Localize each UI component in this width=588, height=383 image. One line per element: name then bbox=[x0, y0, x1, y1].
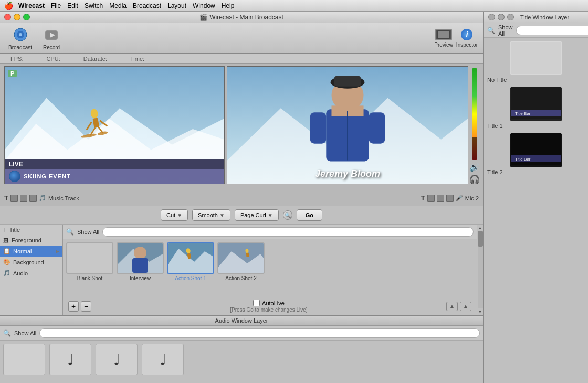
autolive-checkbox[interactable] bbox=[253, 300, 260, 306]
cut-label: Cut bbox=[166, 212, 175, 218]
title-panel-title: Title Window Layer bbox=[520, 14, 569, 20]
svg-point-30 bbox=[134, 247, 146, 259]
title-items-list: No Title Title Bar Title 1 bbox=[484, 38, 588, 383]
title-min-btn[interactable] bbox=[498, 14, 505, 20]
shot-action1[interactable]: Action Shot 1 bbox=[167, 242, 214, 281]
audio-shot-3[interactable]: ♩ bbox=[142, 344, 184, 375]
shot-interview[interactable]: Interview bbox=[117, 242, 164, 281]
go-button[interactable]: Go bbox=[297, 209, 322, 221]
shots-scrollbar[interactable]: ▲ ▼ bbox=[477, 225, 483, 315]
right-track: T 🎤 Mic 2 bbox=[421, 194, 479, 202]
title-item-1[interactable]: Title Bar Title 1 bbox=[487, 87, 585, 129]
live-bar: LIVE bbox=[5, 159, 224, 169]
volume-knob[interactable]: 🔊 bbox=[469, 162, 480, 172]
layer-audio[interactable]: 🎵 Audio bbox=[0, 268, 62, 279]
audio-show-all[interactable]: Show All bbox=[14, 330, 36, 336]
scroll-track bbox=[478, 231, 483, 308]
layer-foreground[interactable]: 🖼 Foreground bbox=[0, 235, 62, 246]
broadcast-button[interactable]: Broadcast bbox=[5, 24, 35, 52]
maximize-button[interactable] bbox=[23, 14, 30, 20]
headphone-knob[interactable]: 🎧 bbox=[469, 174, 480, 184]
mic-icon-right: 🎤 bbox=[456, 195, 463, 201]
layer-audio-label: Audio bbox=[13, 270, 28, 276]
autolive-bar: + − AutoLive [Press Go to make changes L… bbox=[63, 297, 477, 315]
scroll-up-arrow[interactable]: ▲ bbox=[477, 225, 484, 231]
menu-layout[interactable]: Layout bbox=[167, 2, 186, 9]
toolbar-right: Preview i Inspector bbox=[434, 29, 478, 48]
shots-grid: Blank Shot Interview bbox=[63, 239, 477, 297]
broadcast-label: Broadcast bbox=[8, 45, 32, 50]
menu-file[interactable]: File bbox=[51, 2, 61, 9]
transition-bar: Cut ▼ Smooth ▼ Page Curl ▼ 🔍 Go bbox=[0, 206, 483, 225]
stack-icon-3 bbox=[29, 195, 37, 202]
inspector-button[interactable]: i Inspector bbox=[456, 29, 478, 48]
scroll-thumb[interactable] bbox=[478, 231, 483, 247]
audio-shot-blank[interactable] bbox=[3, 344, 45, 375]
title-item-2[interactable]: Title Bar Title 2 bbox=[487, 133, 585, 175]
fps-label: FPS: bbox=[10, 56, 23, 62]
right-preview[interactable]: Jeremy Bloom bbox=[227, 66, 468, 184]
add-remove-controls: + − bbox=[68, 301, 91, 312]
layer-title[interactable]: T Title bbox=[0, 225, 62, 235]
minimize-button[interactable] bbox=[14, 14, 20, 20]
title-search-icon: 🔍 bbox=[487, 27, 495, 34]
apple-menu[interactable]: 🍎 bbox=[4, 2, 13, 10]
left-preview[interactable]: P LIVE Skiing Event bbox=[4, 66, 225, 184]
layer-normal[interactable]: 📋 Normal ▶ bbox=[0, 246, 62, 257]
menu-broadcast[interactable]: Broadcast bbox=[133, 2, 161, 9]
title-layer-icon: T bbox=[3, 227, 7, 233]
preview-label: Preview bbox=[434, 42, 453, 48]
time-stat: Time: bbox=[130, 56, 146, 62]
music-note-1: ♩ bbox=[67, 351, 74, 368]
shots-show-all[interactable]: Show All bbox=[77, 229, 99, 235]
window-controls bbox=[4, 14, 30, 20]
menu-help[interactable]: Help bbox=[222, 2, 235, 9]
menu-media[interactable]: Media bbox=[109, 2, 127, 9]
menu-window[interactable]: Window bbox=[193, 2, 215, 9]
title-close-btn[interactable] bbox=[488, 14, 495, 20]
close-button[interactable] bbox=[4, 14, 11, 20]
preview-button[interactable]: Preview bbox=[434, 29, 453, 48]
shots-search-input[interactable] bbox=[102, 227, 474, 237]
record-button[interactable]: Record bbox=[38, 24, 65, 52]
title2-thumb: Title Bar bbox=[510, 133, 562, 167]
fps-stat: FPS: bbox=[10, 56, 25, 62]
transition-search[interactable]: 🔍 bbox=[283, 210, 292, 220]
shot-blank-thumb bbox=[66, 242, 113, 274]
skiing-text: Skiing Event bbox=[24, 173, 71, 179]
title-item-none[interactable]: No Title bbox=[487, 41, 585, 83]
menu-switch[interactable]: Switch bbox=[85, 2, 103, 9]
no-title-label: No Title bbox=[487, 77, 507, 83]
vu-indicator bbox=[472, 137, 477, 160]
title-show-all[interactable]: Show All bbox=[498, 24, 513, 37]
background-layer-icon: 🎨 bbox=[3, 259, 10, 265]
shot-action2[interactable]: Action Shot 2 bbox=[217, 242, 265, 281]
left-track-label: Music Track bbox=[48, 195, 79, 201]
audio-shot-2[interactable]: ♩ bbox=[96, 344, 138, 375]
shots-nav-up[interactable]: ▲ bbox=[446, 302, 458, 311]
remove-shot-button[interactable]: − bbox=[81, 301, 91, 312]
stack-icon-2 bbox=[20, 195, 27, 202]
left-track-t: T bbox=[4, 194, 8, 202]
shot-blank[interactable]: Blank Shot bbox=[66, 242, 113, 281]
audio-tracks-bar: T 🎵 Music Track T 🎤 Mic 2 bbox=[0, 190, 483, 206]
no-title-thumb bbox=[510, 41, 562, 75]
record-label: Record bbox=[43, 45, 60, 50]
menu-edit[interactable]: Edit bbox=[67, 2, 78, 9]
cpu-label: CPU: bbox=[46, 56, 60, 62]
add-shot-button[interactable]: + bbox=[68, 301, 79, 312]
title-search-input[interactable] bbox=[516, 26, 588, 35]
cut-button[interactable]: Cut ▼ bbox=[161, 209, 188, 221]
audio-shot-1[interactable]: ♩ bbox=[49, 344, 91, 375]
layer-background[interactable]: 🎨 Background bbox=[0, 257, 62, 268]
audio-search-input[interactable] bbox=[39, 328, 480, 338]
shots-nav-down[interactable]: ▲ bbox=[460, 302, 471, 311]
menu-bar: 🍎 Wirecast File Edit Switch Media Broadc… bbox=[0, 0, 588, 12]
preview-icon bbox=[435, 29, 452, 40]
app-name[interactable]: Wirecast bbox=[18, 2, 45, 9]
smooth-button[interactable]: Smooth ▼ bbox=[192, 209, 230, 221]
pagecurl-button[interactable]: Page Curl ▼ bbox=[235, 209, 279, 221]
scroll-down-arrow[interactable]: ▼ bbox=[477, 308, 484, 315]
title-panel-titlebar: Title Window Layer bbox=[484, 12, 588, 23]
title-max-btn[interactable] bbox=[507, 14, 514, 20]
